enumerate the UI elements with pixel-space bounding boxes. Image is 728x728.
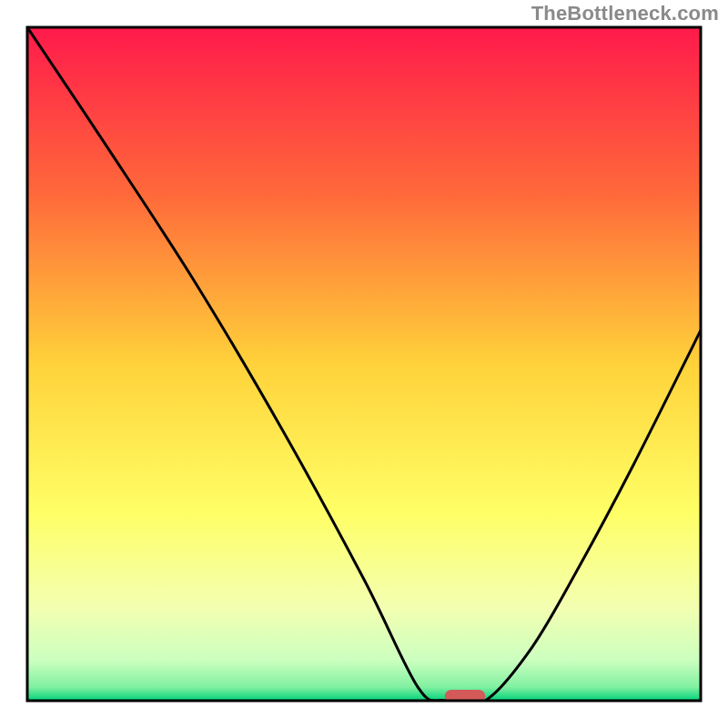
heat-gradient-background (27, 27, 701, 701)
bottleneck-chart (0, 0, 728, 728)
chart-container: TheBottleneck.com (0, 0, 728, 728)
